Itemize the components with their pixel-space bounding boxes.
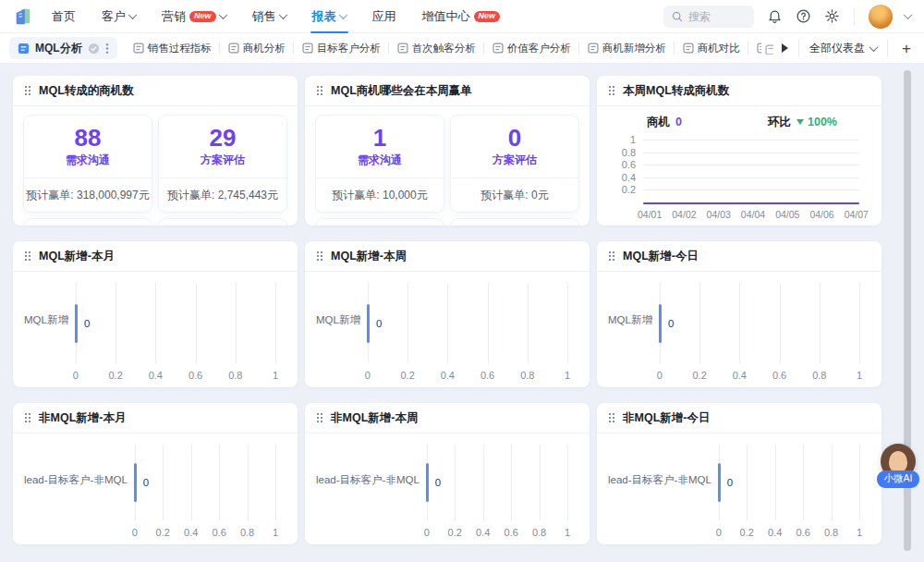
- x-tick-label: 0.4: [476, 527, 490, 538]
- app-logo[interactable]: [13, 6, 33, 27]
- tab-opportunity-analysis[interactable]: 商机分析: [220, 42, 294, 55]
- kpi-tile-demand[interactable]: 1需求沟通 预计赢单: 10,000元: [316, 116, 444, 212]
- card-header: MQL新增-本月: [13, 241, 298, 272]
- tab-first-touch[interactable]: 首次触客分析: [389, 42, 484, 55]
- bar-zero-marker: [367, 304, 370, 343]
- x-tick-label: 1: [857, 370, 862, 381]
- gridline: [643, 177, 859, 178]
- gear-icon[interactable]: [823, 8, 840, 25]
- nav-item-customers[interactable]: 客户: [102, 0, 136, 33]
- bar-category-label: MQL新增: [24, 275, 76, 385]
- x-tick-label: 0.6: [504, 527, 517, 538]
- bar-category-label: lead-目标客户-非MQL: [24, 437, 135, 543]
- kpi-value: 88: [75, 125, 102, 152]
- bar-value-label: 0: [727, 477, 733, 488]
- x-tick-label: 0.2: [448, 527, 462, 538]
- gridline: [163, 445, 164, 520]
- scroll-tabs-right-icon[interactable]: [782, 43, 788, 53]
- search-input[interactable]: [688, 10, 744, 23]
- nav-item-reports[interactable]: 报表: [312, 0, 346, 33]
- x-tick-label: 0.2: [740, 527, 754, 538]
- line-plot: 10.80.60.40.204/0104/0204/0304/0404/0504…: [610, 132, 869, 222]
- kpi-tile-proposal[interactable]: 29方案评估 预计赢单: 2,745,443元: [159, 116, 286, 212]
- kpi-tile-clipped: [24, 219, 152, 226]
- more-vert-icon[interactable]: [105, 43, 109, 55]
- tab-target-customer[interactable]: 目标客户分析: [294, 42, 389, 55]
- x-tick-label: 04/07: [845, 209, 869, 220]
- bell-icon[interactable]: [766, 8, 783, 25]
- drag-handle-icon[interactable]: [316, 412, 323, 423]
- x-axis-labels: 00.20.40.60.81: [76, 370, 275, 384]
- nav-item-sales[interactable]: 销售: [252, 0, 286, 33]
- dashboard-icon: [302, 43, 313, 54]
- x-tick-label: 04/03: [707, 209, 731, 220]
- x-tick-label: 0.6: [796, 527, 809, 538]
- tab-opportunity-compare[interactable]: 商机对比: [675, 42, 748, 55]
- gridline: [219, 445, 220, 520]
- kpi-tiles: 1需求沟通 预计赢单: 10,000元 0方案评估 预计赢单: 0元: [305, 106, 590, 226]
- y-tick-label: 0.2: [610, 184, 636, 195]
- bar-value-label: 0: [668, 318, 674, 329]
- bar-plot-area: 000.20.40.60.81: [76, 275, 281, 385]
- x-tick-label: 0: [365, 370, 371, 381]
- gridline: [820, 283, 821, 363]
- tab-sales-process[interactable]: 销售过程指标: [125, 42, 220, 55]
- gridline: [528, 283, 529, 363]
- card-nonmql-new-today: 非MQL新增-今日 lead-目标客户-非MQL000.20.40.60.81: [597, 403, 881, 544]
- bar-category-label: MQL新增: [608, 275, 660, 385]
- bar-value-label: 0: [84, 318, 90, 329]
- tab-sales-funnel-a[interactable]: 销售漏斗-A组: [748, 42, 761, 55]
- drag-handle-icon[interactable]: [24, 250, 31, 262]
- global-search[interactable]: [663, 6, 754, 28]
- card-title: MQL转成的商机数: [39, 83, 134, 99]
- add-dashboard-button[interactable]: +: [898, 41, 915, 56]
- drag-handle-icon[interactable]: [608, 412, 615, 423]
- drag-handle-icon[interactable]: [24, 412, 31, 423]
- bar-zero-marker: [659, 304, 662, 343]
- kpi-value: 1: [373, 125, 386, 152]
- bar-zero-marker: [718, 463, 721, 502]
- bar-plot-area: 000.20.40.60.81: [719, 437, 865, 543]
- tab-opportunity-new[interactable]: 商机新增分析: [579, 42, 675, 55]
- chevron-down-icon[interactable]: [904, 10, 913, 19]
- kpi-tile-demand[interactable]: 88需求沟通 预计赢单: 318,000,997元: [24, 116, 152, 212]
- x-tick-label: 04/01: [638, 209, 662, 220]
- drag-handle-icon[interactable]: [316, 250, 323, 262]
- card-header: 非MQL新增-今日: [597, 403, 881, 434]
- ai-assistant-widget[interactable]: 小微AI: [877, 444, 919, 488]
- bar-gridlines: 0: [427, 445, 567, 520]
- card-title: MQL新增-本月: [39, 249, 115, 264]
- drag-handle-icon[interactable]: [24, 85, 31, 96]
- nav-item-value-center[interactable]: 增值中心New: [422, 0, 501, 33]
- drag-handle-icon[interactable]: [316, 85, 323, 96]
- drag-handle-icon[interactable]: [608, 250, 615, 262]
- all-dashboards-button[interactable]: 全部仪表盘: [809, 41, 877, 56]
- bar-value-label: 0: [435, 477, 441, 488]
- bar-plot-area: 000.20.40.60.81: [660, 275, 865, 385]
- nav-item-marketing[interactable]: 营销New: [162, 0, 226, 33]
- new-badge: New: [189, 11, 216, 22]
- drag-handle-icon[interactable]: [608, 85, 615, 96]
- card-week-mql-trend: 本周MQL转成商机数 商机 0 环比 100% 10.: [597, 76, 881, 226]
- user-avatar[interactable]: [869, 5, 893, 29]
- gridline: [643, 153, 859, 153]
- nav-item-apps[interactable]: 应用: [372, 0, 396, 33]
- shield-check-icon[interactable]: [88, 43, 100, 55]
- gridline: [775, 445, 776, 520]
- card-header: 本周MQL转成商机数: [597, 76, 881, 106]
- nav-item-home[interactable]: 首页: [52, 0, 76, 33]
- help-icon[interactable]: [795, 8, 811, 25]
- stat-week-over-week: 环比 100%: [768, 115, 837, 130]
- kpi-tile-proposal[interactable]: 0方案评估 预计赢单: 0元: [451, 116, 578, 212]
- dashboard-icon: [588, 43, 599, 54]
- tab-mql-analysis[interactable]: MQL分析: [9, 37, 117, 59]
- dashboard-content: MQL转成的商机数 88需求沟通 预计赢单: 318,000,997元 29方案…: [0, 63, 924, 544]
- chevron-down-icon: [869, 43, 879, 52]
- card-title: 本周MQL转成商机数: [623, 83, 729, 99]
- crm-dashboard-page: 首页 客户 营销New 销售 报表 应用 增值中心New: [0, 0, 924, 562]
- gridline: [699, 283, 700, 363]
- kpi-tiles: 88需求沟通 预计赢单: 318,000,997元 29方案评估 预计赢单: 2…: [13, 106, 298, 226]
- bar-category-label: lead-目标客户-非MQL: [608, 437, 719, 543]
- tab-value-customer[interactable]: 价值客户分析: [484, 42, 579, 55]
- card-title: MQL新增-今日: [623, 249, 699, 264]
